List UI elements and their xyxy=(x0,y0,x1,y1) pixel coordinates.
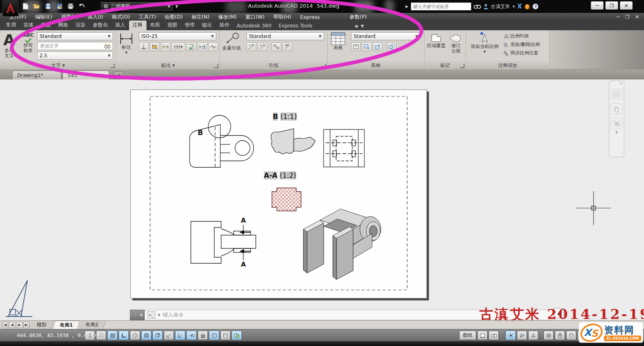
ribbon-tab-layout[interactable]: 布局 xyxy=(146,21,164,30)
leader-collect-button[interactable] xyxy=(282,42,292,51)
zoom-extents-icon[interactable] xyxy=(611,118,622,129)
table-cellstyle-button[interactable] xyxy=(351,42,361,51)
command-line-grip[interactable]: ⋮⋮ ✕ xyxy=(130,310,144,320)
navigation-bar[interactable]: ✕ ▼ xyxy=(609,81,624,157)
wipeout-button[interactable]: 区域覆盖 xyxy=(427,33,445,48)
menu-modify[interactable]: 修改(M) xyxy=(214,14,241,21)
panel-markup-footer[interactable]: 标记 xyxy=(424,61,466,69)
ribbon-tab-autodesk360[interactable]: Autodesk 360 xyxy=(233,21,275,30)
maximize-button[interactable]: ❒ xyxy=(605,1,618,10)
ribbon-tab-output[interactable]: 输出 xyxy=(199,21,216,30)
ribbon-tab-render[interactable]: 渲染 xyxy=(72,21,89,30)
autoscale-annotations-button[interactable]: A xyxy=(517,331,527,340)
3d-object-snap-toggle[interactable] xyxy=(153,331,163,340)
close-button[interactable]: ✕ xyxy=(620,1,633,10)
menu-edit[interactable]: 编辑(E) xyxy=(31,14,57,21)
table-style-combo[interactable]: Standard▼ xyxy=(351,32,420,40)
coordinate-display[interactable]: 444.8630, 83.1938 , 0.0000 xyxy=(17,332,96,338)
dim-style-combo[interactable]: ISO-25▼ xyxy=(139,32,216,40)
annotation-scale-button[interactable] xyxy=(528,331,538,340)
annotation-visibility-button[interactable] xyxy=(506,331,516,340)
menu-format[interactable]: 格式(O) xyxy=(107,14,134,21)
drawing-canvas[interactable]: B xyxy=(0,79,644,320)
ribbon-tab-plugins[interactable]: 插件 xyxy=(216,21,233,30)
dim-adjust-space-button[interactable]: ▼ xyxy=(171,42,185,51)
dim-update-button[interactable] xyxy=(150,42,159,51)
file-tab-close-icon[interactable]: ✕ xyxy=(100,73,104,78)
doc-minimize-button[interactable]: ─ xyxy=(617,14,619,20)
paper-model-toggle[interactable]: 图纸 xyxy=(459,331,476,340)
add-current-scale-button[interactable]: 添加当前比例 ▼ xyxy=(468,32,502,54)
dialog-launcher-icon[interactable] xyxy=(110,64,115,68)
command-close-icon[interactable]: ✕ xyxy=(139,312,143,318)
mtext-button[interactable]: A 多行 文字 xyxy=(3,32,15,58)
menu-insert[interactable]: 插入(I) xyxy=(83,14,107,21)
ribbon-tab-annotate[interactable]: 注释 xyxy=(129,21,146,30)
ortho-mode-toggle[interactable] xyxy=(119,331,129,340)
save-button[interactable] xyxy=(44,2,52,10)
grid-display-toggle[interactable] xyxy=(107,331,117,340)
dimension-button[interactable]: 标注 ▼ xyxy=(119,33,133,55)
layout-paper[interactable]: B xyxy=(130,90,427,298)
dim-jog-button[interactable] xyxy=(208,42,218,51)
toolbar-lock-button[interactable] xyxy=(555,331,565,340)
selection-cycling-toggle[interactable] xyxy=(232,331,242,340)
ribbon-tab-insert[interactable]: 插入 xyxy=(112,21,129,30)
lineweight-toggle[interactable] xyxy=(198,331,208,340)
dynamic-ucs-toggle[interactable] xyxy=(175,331,185,340)
notification-badge-icon[interactable]: ! xyxy=(525,4,530,10)
workspace-extra-dropdown[interactable]: ▼ xyxy=(174,2,180,10)
plot-button[interactable] xyxy=(66,2,75,10)
workspace-switching-gear-button[interactable] xyxy=(544,331,554,340)
ribbon-minimize-arrow[interactable]: ▼ xyxy=(361,24,364,28)
help-icon[interactable]: ? xyxy=(532,3,539,10)
menu-parametric[interactable]: 参数(P) xyxy=(345,14,371,21)
new-file-button[interactable] xyxy=(21,2,30,10)
exchange-apps-icon[interactable]: X xyxy=(517,3,522,10)
layout-nav-prev-button[interactable]: ◀ xyxy=(9,322,15,328)
multileader-button[interactable]: 多重引线 xyxy=(222,33,241,51)
tab-layout2[interactable]: 布局2 xyxy=(79,321,106,329)
dim-tolerance-button[interactable] xyxy=(186,42,196,51)
menu-view[interactable]: 视图(V) xyxy=(57,14,83,21)
dim-baseline-button[interactable] xyxy=(139,42,148,51)
tab-model[interactable]: 模型 xyxy=(30,321,53,329)
ribbon-tab-home[interactable]: 常用 xyxy=(2,21,20,30)
leader-add-button[interactable] xyxy=(247,42,256,51)
save-as-button[interactable] xyxy=(55,2,64,10)
panel-table-footer[interactable]: 表格 xyxy=(328,61,424,69)
file-tab-drawing1[interactable]: Drawing1* xyxy=(12,71,61,79)
doc-close-button[interactable]: ✕ xyxy=(635,14,639,20)
signed-in-user[interactable]: 古滇艾米 xyxy=(491,3,510,10)
navbar-more-chevron[interactable]: ▼ xyxy=(609,131,624,134)
find-text-input[interactable]: 查找文字 xyxy=(37,42,113,50)
text-height-combo[interactable]: 2.5▼ xyxy=(37,52,113,60)
dialog-launcher-icon[interactable] xyxy=(460,64,464,68)
menu-draw[interactable]: 绘图(D) xyxy=(160,14,187,21)
table-export-up-button[interactable] xyxy=(373,42,383,51)
menu-express[interactable]: Express xyxy=(296,14,324,20)
navbar-close-icon[interactable]: ✕ xyxy=(609,81,624,85)
tab-layout1[interactable]: 布局1 xyxy=(52,321,80,329)
menu-help[interactable]: 帮助(H) xyxy=(269,14,296,21)
transparency-toggle[interactable] xyxy=(209,331,219,340)
workspace-switcher[interactable]: 三维建模 ▼ xyxy=(101,2,173,10)
menu-window[interactable]: 窗口(W) xyxy=(241,14,269,21)
table-button[interactable]: 表格 xyxy=(331,32,345,50)
ribbon-tab-parametric[interactable]: 参数化 xyxy=(89,21,112,30)
file-tab-543[interactable]: 543 ✕ xyxy=(63,71,109,79)
object-snap-tracking-toggle[interactable] xyxy=(164,331,174,340)
new-drawing-tab-button[interactable]: + xyxy=(114,71,124,79)
quick-view-drawings-button[interactable] xyxy=(489,331,499,340)
leader-style-combo[interactable]: Standard▼ xyxy=(247,32,324,40)
layout-nav-last-button[interactable]: ▶| xyxy=(23,322,30,328)
revcloud-button[interactable]: 修订 云线 xyxy=(450,33,462,54)
recent-commands-arrow[interactable]: ▼ xyxy=(158,313,160,317)
table-export-down-button[interactable] xyxy=(362,42,372,51)
layout-nav-first-button[interactable]: |◀ xyxy=(2,322,8,328)
infer-constraints-toggle[interactable] xyxy=(85,331,95,340)
user-dropdown-arrow[interactable]: ▼ xyxy=(512,5,515,8)
panel-text-footer[interactable]: 文字 ▼ xyxy=(0,61,116,69)
find-binoculars-icon[interactable] xyxy=(104,43,111,49)
infocenter-collapse-arrow[interactable]: ▶ xyxy=(406,4,408,8)
